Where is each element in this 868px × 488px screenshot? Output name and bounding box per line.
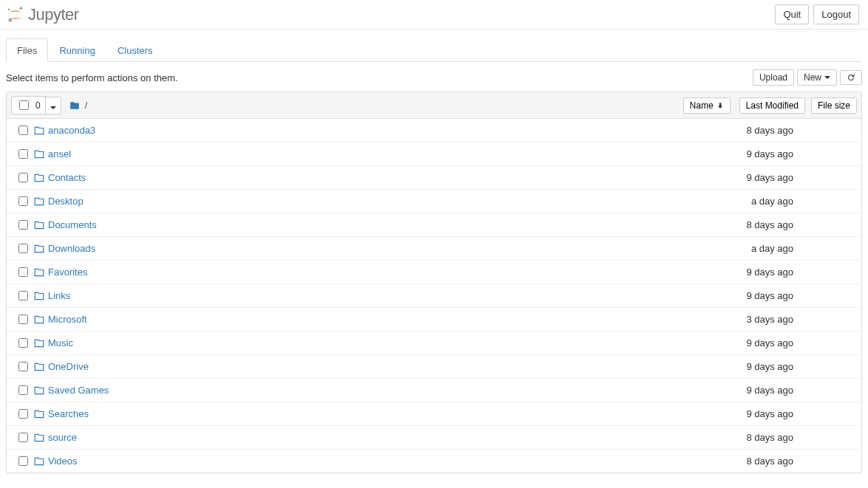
sort-last-modified-button[interactable]: Last Modified — [739, 97, 805, 114]
caret-down-icon — [824, 76, 830, 79]
row-checkbox[interactable] — [18, 196, 28, 206]
row-checkbox-cell — [13, 336, 33, 350]
tab-files[interactable]: Files — [6, 38, 48, 62]
row-checkbox-cell — [13, 171, 33, 185]
refresh-button[interactable] — [840, 70, 862, 85]
item-modified: 8 days ago — [686, 219, 804, 230]
row-checkbox[interactable] — [18, 244, 28, 253]
item-modified: 9 days ago — [686, 408, 804, 419]
item-name-link[interactable]: Links — [48, 290, 686, 301]
folder-icon[interactable] — [69, 100, 81, 111]
row-checkbox-cell — [13, 430, 33, 444]
select-menu-caret[interactable] — [46, 97, 61, 114]
jupyter-logo-text: Jupyter — [28, 5, 79, 24]
row-checkbox[interactable] — [18, 362, 28, 371]
row-checkbox-cell — [13, 383, 33, 397]
list-item: anaconda38 days ago — [7, 119, 861, 142]
folder-icon — [33, 385, 48, 396]
item-name-link[interactable]: Music — [48, 337, 686, 348]
folder-icon — [33, 456, 48, 467]
refresh-icon — [847, 73, 855, 82]
item-name-link[interactable]: Contacts — [48, 172, 686, 183]
row-checkbox-cell — [13, 194, 33, 208]
sort-name-button[interactable]: Name — [683, 97, 731, 114]
item-name-link[interactable]: Favorites — [48, 267, 686, 278]
item-name-link[interactable]: Desktop — [48, 196, 686, 207]
row-checkbox[interactable] — [18, 315, 28, 324]
row-checkbox[interactable] — [18, 220, 28, 230]
row-checkbox-cell — [13, 265, 33, 279]
row-checkbox-cell — [13, 289, 33, 303]
item-name-link[interactable]: OneDrive — [48, 361, 686, 372]
item-name-link[interactable]: anaconda3 — [48, 125, 686, 136]
row-checkbox[interactable] — [18, 456, 28, 466]
item-name-link[interactable]: Searches — [48, 408, 686, 419]
row-checkbox[interactable] — [18, 385, 28, 395]
file-list: 0 / Name Last Modified File size anacond… — [6, 92, 862, 473]
row-checkbox-cell — [13, 360, 33, 374]
jupyter-logo[interactable]: Jupyter — [6, 5, 79, 24]
item-modified: 8 days ago — [686, 432, 804, 443]
svg-point-2 — [8, 8, 10, 10]
item-modified: 9 days ago — [686, 148, 804, 159]
row-checkbox-cell — [13, 218, 33, 232]
tab-clusters[interactable]: Clusters — [106, 38, 164, 62]
arrow-down-icon — [717, 102, 724, 109]
list-item: Links9 days ago — [7, 284, 861, 308]
item-name-link[interactable]: ansel — [48, 148, 686, 159]
item-name-link[interactable]: Videos — [48, 456, 686, 467]
item-modified: a day ago — [686, 196, 804, 207]
list-item: Desktopa day ago — [7, 190, 861, 213]
folder-icon — [33, 126, 48, 136]
folder-icon — [33, 149, 48, 159]
upload-button[interactable]: Upload — [753, 69, 794, 86]
row-checkbox-cell — [13, 407, 33, 421]
list-item: Downloadsa day ago — [7, 237, 861, 261]
quit-button[interactable]: Quit — [775, 4, 809, 24]
row-checkbox-cell — [13, 241, 33, 255]
row-checkbox-cell — [13, 312, 33, 326]
item-modified: a day ago — [686, 243, 804, 254]
list-item: source8 days ago — [7, 426, 861, 450]
row-checkbox[interactable] — [18, 433, 28, 442]
item-modified: 9 days ago — [686, 172, 804, 183]
folder-icon — [33, 267, 48, 278]
row-checkbox[interactable] — [18, 267, 28, 277]
list-item: Contacts9 days ago — [7, 166, 861, 190]
select-all-box[interactable]: 0 — [11, 96, 46, 114]
row-checkbox[interactable] — [18, 291, 28, 300]
logout-button[interactable]: Logout — [813, 4, 859, 24]
sort-file-size-button[interactable]: File size — [811, 97, 857, 114]
item-name-link[interactable]: Documents — [48, 219, 686, 230]
new-dropdown-button[interactable]: New — [797, 69, 837, 86]
list-item: Music9 days ago — [7, 331, 861, 355]
selection-hint: Select items to perform actions on them. — [6, 72, 178, 83]
item-modified: 9 days ago — [686, 267, 804, 278]
folder-icon — [33, 433, 48, 443]
sort-name-label: Name — [690, 100, 714, 111]
svg-point-0 — [19, 7, 22, 10]
item-name-link[interactable]: Downloads — [48, 243, 686, 254]
row-checkbox-cell — [13, 147, 33, 161]
jupyter-logo-icon — [6, 5, 25, 24]
row-checkbox[interactable] — [18, 173, 28, 182]
folder-icon — [33, 409, 48, 419]
item-name-link[interactable]: Saved Games — [48, 385, 686, 396]
list-item: Saved Games9 days ago — [7, 379, 861, 402]
tab-running[interactable]: Running — [48, 38, 106, 62]
select-count: 0 — [35, 100, 41, 111]
folder-icon — [33, 196, 48, 207]
item-name-link[interactable]: source — [48, 432, 686, 443]
select-all-checkbox[interactable] — [19, 100, 29, 110]
row-checkbox[interactable] — [18, 149, 28, 159]
folder-icon — [33, 315, 48, 325]
row-checkbox[interactable] — [18, 409, 28, 419]
folder-icon — [33, 338, 48, 348]
list-item: ansel9 days ago — [7, 142, 861, 166]
list-item: Searches9 days ago — [7, 402, 861, 426]
item-modified: 8 days ago — [686, 125, 804, 136]
row-checkbox[interactable] — [18, 338, 28, 348]
caret-down-icon — [50, 106, 56, 109]
row-checkbox[interactable] — [18, 126, 28, 135]
item-name-link[interactable]: Microsoft — [48, 314, 686, 325]
